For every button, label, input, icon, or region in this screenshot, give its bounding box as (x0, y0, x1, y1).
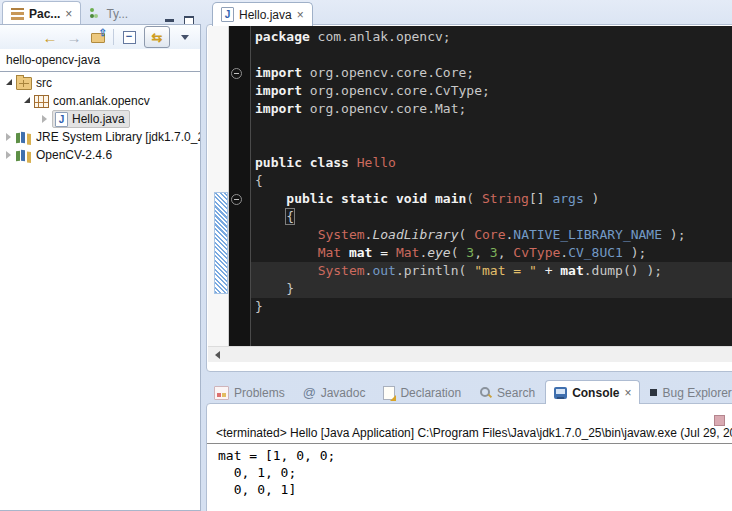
code-line-2: import org.opencv.core.Core; (251, 64, 732, 82)
java-file-icon (55, 112, 68, 127)
package-explorer-toolbar: ← → ⇧ − ⇆ (0, 25, 200, 49)
tab-search[interactable]: Search (471, 381, 543, 404)
collapsed-arrow-icon[interactable] (42, 115, 47, 123)
project-tree: srccom.anlak.opencvHello.javaJRE System … (0, 74, 200, 164)
collapse-all-button[interactable]: − (120, 28, 138, 46)
problems-icon (214, 386, 229, 400)
declaration-icon (383, 386, 395, 400)
type-hierarchy-icon (89, 8, 101, 20)
tree-item-label: JRE System Library [jdk1.7.0_25] (36, 130, 201, 144)
bug-square-icon (650, 389, 657, 396)
remove-launch-icon[interactable] (714, 415, 725, 426)
code-line-15: } (251, 298, 732, 316)
selected-item-box: Hello.java (52, 110, 130, 128)
tab-label: Javadoc (321, 386, 366, 400)
code-line-6 (251, 136, 732, 154)
tree-item-src[interactable]: src (0, 74, 200, 92)
collapsed-arrow-icon[interactable] (6, 133, 11, 141)
tab-label: Declaration (400, 386, 461, 400)
annotation-ruler (208, 26, 229, 346)
scroll-left-arrow-icon[interactable] (215, 351, 220, 359)
console-panel: <terminated> Hello [Java Application] C:… (206, 403, 732, 511)
code-line-14: } (251, 280, 732, 298)
code-line-4: import org.opencv.core.Mat; (251, 100, 732, 118)
code-line-5 (251, 118, 732, 136)
view-menu-button[interactable] (176, 28, 194, 46)
console-icon (554, 387, 567, 399)
fold-collapse-icon[interactable] (231, 68, 242, 79)
tree-item-hello-java[interactable]: Hello.java (0, 110, 200, 128)
package-explorer-tab-strip: Pac... × Ty... (0, 2, 202, 25)
tab-declaration[interactable]: Declaration (375, 381, 469, 404)
editor-body[interactable]: package com.anlak.opencv; import org.ope… (208, 26, 732, 346)
up-folder-icon[interactable]: ⇧ (89, 28, 107, 46)
tree-item-jre-system-library-jdk1-7-0-25-[interactable]: JRE System Library [jdk1.7.0_25] (0, 128, 200, 146)
chevron-down-icon (181, 35, 189, 40)
editor-panel: package com.anlak.opencv; import org.ope… (206, 24, 732, 372)
back-arrow-icon[interactable]: ← (41, 28, 59, 46)
tab-label: Pac... (29, 7, 60, 21)
link-with-editor-button[interactable]: ⇆ (144, 26, 170, 48)
code-line-1 (251, 46, 732, 64)
library-icon (16, 131, 32, 143)
console-tab-strip: ProblemsJavadocDeclarationSearchConsole×… (206, 380, 732, 404)
javadoc-icon (303, 386, 316, 399)
package-icon (34, 95, 49, 108)
console-output-line: 0, 0, 1] (218, 481, 732, 498)
tree-item-opencv-2-4-6[interactable]: OpenCV-2.4.6 (0, 146, 200, 164)
expanded-arrow-icon[interactable] (24, 97, 30, 103)
tab-console[interactable]: Console× (545, 380, 640, 404)
collapsed-arrow-icon[interactable] (6, 151, 11, 159)
search-icon (479, 386, 492, 399)
tree-item-label: OpenCV-2.4.6 (36, 148, 112, 162)
close-icon[interactable]: × (297, 10, 304, 20)
fold-collapse-icon[interactable] (231, 194, 242, 205)
divider (0, 71, 200, 72)
tab-label: Problems (234, 386, 285, 400)
tree-item-label: Hello.java (72, 112, 125, 126)
code-line-13: System.out.println( "mat = " + mat.dump(… (251, 262, 732, 280)
tree-item-label: com.anlak.opencv (53, 94, 150, 108)
tab-label: Console (572, 386, 619, 400)
tab-type-hierarchy[interactable]: Ty... (81, 2, 136, 25)
method-range-indicator (214, 192, 228, 294)
tree-item-label: src (36, 76, 52, 90)
project-root-label[interactable]: hello-opencv-java (0, 49, 200, 70)
console-output[interactable]: mat = [1, 0, 0; 0, 1, 0; 0, 0, 1] (207, 444, 732, 498)
package-explorer-icon (11, 8, 24, 20)
tab-bug-explorer[interactable]: Bug Explorer (642, 381, 732, 404)
eclipse-window: { "package_explorer": { "tabs": [ {"labe… (0, 0, 732, 511)
code-line-12: Mat mat = Mat.eye( 3, 3, CvType.CV_8UC1 … (251, 244, 732, 262)
code-line-7: public class Hello (251, 154, 732, 172)
tab-package-explorer[interactable]: Pac... × (2, 1, 81, 25)
close-icon[interactable]: × (624, 388, 631, 398)
library-icon (16, 149, 32, 161)
toolbar-separator (113, 29, 114, 45)
up-arrow-icon: ⇧ (99, 27, 107, 38)
link-arrows-icon: ⇆ (152, 30, 163, 45)
forward-arrow-icon[interactable]: → (65, 28, 83, 46)
java-file-icon (221, 7, 234, 22)
tab-javadoc[interactable]: Javadoc (295, 381, 374, 404)
code-line-3: import org.opencv.core.CvType; (251, 82, 732, 100)
expanded-arrow-icon[interactable] (6, 79, 12, 85)
horizontal-scrollbar[interactable] (208, 346, 732, 362)
tab-label: Bug Explorer (662, 386, 731, 400)
tab-label: Ty... (106, 7, 128, 21)
editor-tab-hello-java[interactable]: Hello.java × (212, 2, 313, 26)
tree-item-com-anlak-opencv[interactable]: com.anlak.opencv (0, 92, 200, 110)
console-process-title: <terminated> Hello [Java Application] C:… (207, 424, 732, 443)
collapse-all-icon: − (123, 31, 136, 44)
close-icon[interactable]: × (65, 9, 72, 19)
package-explorer-body: ← → ⇧ − ⇆ hello-opencv-java srccom.anlak… (0, 24, 201, 511)
package-folder-icon (16, 77, 32, 90)
tab-problems[interactable]: Problems (206, 381, 293, 404)
console-output-line: mat = [1, 0, 0; (218, 447, 732, 464)
minimize-icon[interactable] (165, 19, 174, 22)
code-line-8: { (251, 172, 732, 190)
code-line-11: System.LoadLibrary( Core.NATIVE_LIBRARY_… (251, 226, 732, 244)
tab-label: Search (497, 386, 535, 400)
editor-tab-label: Hello.java (239, 8, 292, 22)
console-toolbar (207, 404, 732, 424)
code-area[interactable]: package com.anlak.opencv; import org.ope… (251, 26, 732, 348)
